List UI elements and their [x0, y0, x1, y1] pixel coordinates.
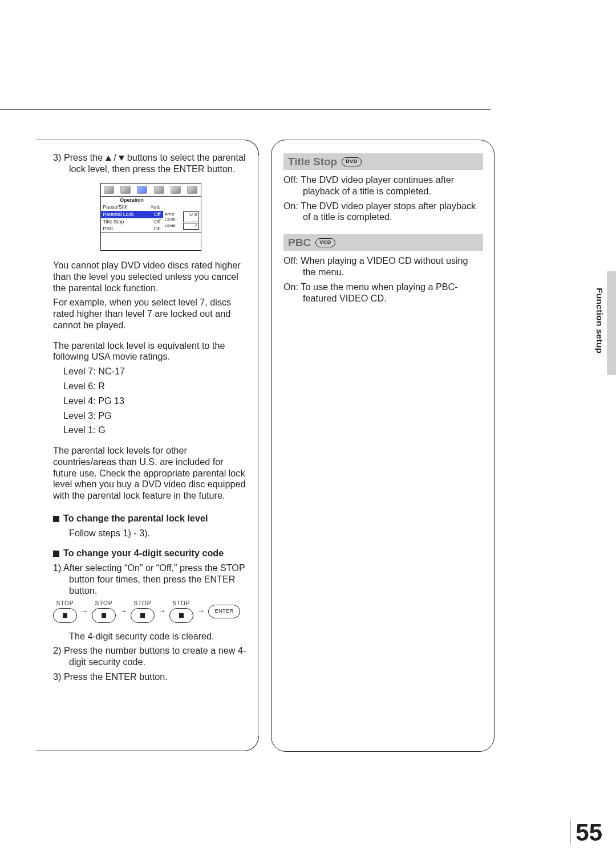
section-pbc: PBC VCD [283, 234, 483, 251]
body-text: For example, when you select level 7, di… [53, 297, 248, 331]
slash: / [114, 152, 119, 162]
ratings-list: Level 7: NC-17 Level 6: R Level 4: PG 13… [53, 366, 248, 436]
osd-tab-icon [104, 186, 114, 194]
osd-side-panel: Area Code U S Level 7 [163, 197, 201, 233]
top-rule [0, 109, 491, 110]
enter-label: ENTER [214, 608, 233, 614]
bullet-icon [53, 548, 63, 558]
left-column: 3) Press the / buttons to select the par… [36, 140, 258, 751]
osd-side-label: Area Code [165, 211, 182, 223]
up-arrow-icon [106, 156, 111, 161]
stop-label: STOP [56, 600, 74, 607]
osd-tab-icon [187, 186, 197, 194]
code-step-1: 1) After selecting “On” or “Off,” press … [53, 563, 248, 596]
side-tab-label: Function setup [594, 288, 605, 353]
body-text: The parental lock levels for other count… [53, 445, 248, 502]
osd-row-value: Auto [150, 204, 160, 210]
osd-blank [101, 233, 201, 250]
subhead-change-level: To change the parental lock level [53, 513, 248, 524]
def-on: On: The DVD video player stops after pla… [283, 201, 483, 223]
arrow-icon: → [197, 606, 205, 616]
code-step-3: 3) Press the ENTER button. [53, 671, 248, 683]
stop-button-icon: STOP [53, 600, 77, 623]
down-arrow-icon [119, 156, 124, 161]
section-heading: PBC [288, 236, 311, 249]
osd-tab-icon [120, 186, 131, 194]
osd-row-value: Off [154, 211, 161, 218]
arrow-icon: → [80, 606, 88, 616]
stop-label: STOP [172, 600, 190, 607]
arrow-icon: → [119, 606, 127, 616]
dvd-badge-icon: DVD [342, 157, 362, 166]
vcd-badge-icon: VCD [315, 238, 335, 247]
osd-side-value: 7 [183, 223, 199, 230]
osd-side-value: U S [183, 211, 199, 223]
osd-row: Pause/Still Auto [101, 203, 163, 211]
body-text: You cannot play DVD video discs rated hi… [53, 260, 248, 294]
osd-row-label: PBC [103, 226, 114, 232]
col-left-frame [36, 751, 244, 751]
stop-label: STOP [95, 600, 112, 607]
osd-menu-list: Operation Pause/Still Auto Parental Lock… [101, 197, 163, 233]
def-on: On: To use the menu when playing a PBC-f… [283, 282, 483, 304]
section-title-stop: Title Stop DVD [283, 153, 483, 170]
rating-row: Level 6: R [63, 381, 248, 392]
osd-side-row: Level 7 [165, 223, 199, 230]
osd-row: Title Stop Off [101, 218, 163, 226]
pbc-body: Off: When playing a VIDEO CD without usi… [283, 255, 483, 304]
body-text: Follow steps 1) - 3). [53, 528, 248, 539]
subhead-change-code: To change your 4-digit security code [53, 548, 248, 559]
rating-row: Level 3: PG [63, 410, 248, 422]
osd-tab-icon [171, 186, 181, 194]
page-number-rule [570, 819, 570, 845]
osd-tabs [101, 184, 201, 197]
page-number-value: 55 [576, 819, 602, 846]
osd-row-label: Title Stop [103, 219, 124, 225]
stop-square-icon [179, 613, 184, 618]
osd-row-value: Off [154, 219, 161, 225]
button-sequence-diagram: STOP → STOP → STOP → STOP → ENTER [53, 600, 248, 623]
body-text: The 4-digit security code is cleared. [53, 631, 248, 642]
rating-row: Level 7: NC-17 [63, 366, 248, 377]
section-heading: Title Stop [288, 155, 337, 168]
title-stop-body: Off: The DVD video player continues afte… [283, 174, 483, 223]
bullet-icon [53, 513, 63, 523]
code-step-2: 2) Press the number buttons to create a … [53, 645, 248, 668]
subhead-text: To change your 4-digit security code [63, 548, 224, 558]
stop-button-icon: STOP [169, 600, 193, 623]
osd-header: Operation [120, 197, 144, 203]
stop-square-icon [102, 613, 106, 618]
subhead-text: To change the parental lock level [63, 513, 208, 523]
osd-row: PBC On [101, 225, 163, 233]
stop-label: STOP [133, 600, 151, 607]
def-off: Off: When playing a VIDEO CD without usi… [283, 255, 483, 278]
stop-square-icon [63, 613, 67, 618]
osd-row-label: Pause/Still [103, 204, 127, 210]
osd-side-row: Area Code U S [165, 211, 199, 223]
body-text: The parental lock level is equivalent to… [53, 340, 248, 363]
step-3a: 3) Press the [53, 152, 106, 162]
right-column: Title Stop DVD Off: The DVD video player… [271, 140, 493, 751]
osd-menu-graphic: Operation Pause/Still Auto Parental Lock… [100, 183, 201, 251]
side-tab-bg [607, 271, 616, 375]
enter-button-icon: ENTER [208, 605, 240, 618]
page-number: 55 [576, 819, 602, 846]
stop-button-icon: STOP [131, 600, 155, 623]
def-off: Off: The DVD video player continues afte… [283, 174, 483, 197]
osd-row-label: Parental Lock [103, 211, 134, 218]
osd-side-label: Level [165, 223, 182, 230]
stop-button-icon: STOP [92, 600, 116, 623]
osd-row: Parental Lock Off [101, 211, 163, 218]
rating-row: Level 4: PG 13 [63, 396, 248, 407]
rating-row: Level 1: G [63, 425, 248, 436]
osd-tab-icon [137, 186, 147, 194]
osd-tab-icon [154, 186, 164, 194]
arrow-icon: → [158, 606, 166, 616]
stop-square-icon [140, 613, 145, 618]
osd-row-value: On [154, 226, 161, 232]
step-3: 3) Press the / buttons to select the par… [53, 152, 248, 175]
